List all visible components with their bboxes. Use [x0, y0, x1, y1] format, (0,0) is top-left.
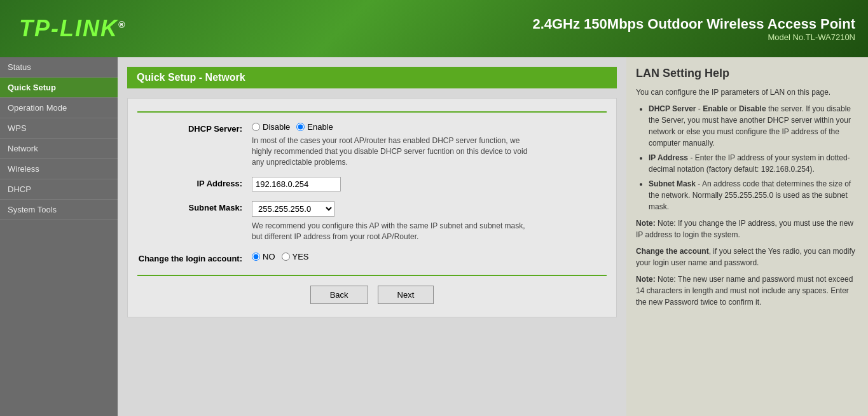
subnet-note: We recommend you configure this AP with …	[252, 221, 525, 242]
help-note2: Change the account, if you select the Ye…	[636, 246, 858, 268]
login-label: Change the login account:	[137, 252, 252, 263]
help-item-dhcp: DHCP Server - Enable or Disable the serv…	[649, 103, 858, 149]
sidebar-item-network[interactable]: Network	[0, 139, 118, 159]
help-note1: Note: Note: If you change the IP address…	[636, 218, 858, 240]
login-no-option[interactable]: NO	[252, 252, 275, 261]
sidebar-item-quick-setup[interactable]: Quick Setup	[0, 78, 118, 98]
form-area: DHCP Server: Disable Enable	[127, 98, 617, 317]
ip-label: IP Address:	[137, 177, 252, 188]
help-item-subnet: Subnet Mask - An address code that deter…	[649, 178, 858, 212]
sidebar-item-dhcp[interactable]: DHCP	[0, 179, 118, 200]
header: TP-LINK® 2.4GHz 150Mbps Outdoor Wireless…	[0, 0, 868, 57]
help-change-account: Change the account	[636, 247, 709, 256]
help-term-ip: IP Address	[649, 153, 688, 162]
help-term-dhcp: DHCP Server	[649, 104, 696, 113]
ip-row: IP Address:	[137, 177, 607, 191]
help-list: DHCP Server - Enable or Disable the serv…	[649, 103, 858, 212]
help-body: You can configure the IP parameters of L…	[636, 87, 858, 308]
sidebar-item-wireless[interactable]: Wireless	[0, 159, 118, 179]
header-title: 2.4GHz 150Mbps Outdoor Wireless Access P…	[532, 16, 855, 42]
help-panel: LAN Setting Help You can configure the I…	[626, 57, 868, 416]
logo: TP-LINK®	[19, 15, 126, 42]
sidebar-item-status[interactable]: Status	[0, 57, 118, 78]
button-row: Back Next	[137, 275, 607, 304]
sidebar-item-operation-mode[interactable]: Operation Mode	[0, 98, 118, 118]
dhcp-label: DHCP Server:	[137, 122, 252, 134]
help-item-ip: IP Address - Enter the IP address of you…	[649, 152, 858, 175]
login-yes-option[interactable]: YES	[282, 252, 309, 261]
subnet-mask-select[interactable]: 255.255.255.0 255.255.0.0 255.0.0.0	[252, 201, 334, 217]
ip-control	[252, 177, 607, 191]
main-content: Quick Setup - Network DHCP Server: Disab…	[118, 57, 626, 416]
subnet-row: Subnet Mask: 255.255.255.0 255.255.0.0 2…	[137, 201, 607, 242]
help-note3: Note: Note: The new user name and passwo…	[636, 274, 858, 308]
subnet-label: Subnet Mask:	[137, 201, 252, 212]
dhcp-enable-radio[interactable]	[296, 123, 305, 131]
back-button[interactable]: Back	[310, 286, 368, 304]
form-section: DHCP Server: Disable Enable	[137, 111, 607, 265]
dhcp-control: Disable Enable In most of the cases your…	[252, 122, 607, 167]
login-no-radio[interactable]	[252, 253, 260, 261]
subnet-control: 255.255.255.0 255.255.0.0 255.0.0.0 We r…	[252, 201, 607, 242]
help-title: LAN Setting Help	[636, 67, 858, 80]
dhcp-enable-option[interactable]: Enable	[296, 122, 333, 132]
help-intro: You can configure the IP parameters of L…	[636, 87, 858, 98]
login-row: Change the login account: NO YES	[137, 252, 607, 265]
product-title: 2.4GHz 150Mbps Outdoor Wireless Access P…	[532, 16, 855, 32]
dhcp-disable-radio[interactable]	[252, 123, 260, 131]
help-term-subnet: Subnet Mask	[649, 179, 696, 188]
layout: Status Quick Setup Operation Mode WPS Ne…	[0, 57, 868, 416]
dhcp-disable-option[interactable]: Disable	[252, 122, 290, 132]
logo-text: TP-LINK	[19, 15, 118, 41]
sidebar-item-wps[interactable]: WPS	[0, 118, 118, 139]
next-button[interactable]: Next	[378, 286, 434, 304]
login-control: NO YES	[252, 252, 607, 265]
ip-address-input[interactable]	[252, 177, 341, 191]
page-title: Quick Setup - Network	[127, 67, 617, 88]
model-number: Model No.TL-WA7210N	[532, 32, 855, 42]
dhcp-row: DHCP Server: Disable Enable	[137, 122, 607, 167]
login-yes-radio[interactable]	[282, 253, 290, 261]
sidebar: Status Quick Setup Operation Mode WPS Ne…	[0, 57, 118, 416]
sidebar-item-system-tools[interactable]: System Tools	[0, 200, 118, 220]
dhcp-help-text: In most of the cases your root AP/router…	[252, 135, 538, 167]
logo-reg: ®	[118, 20, 126, 30]
dhcp-radio-group: Disable Enable	[252, 122, 607, 132]
login-radio-group: NO YES	[252, 252, 607, 261]
